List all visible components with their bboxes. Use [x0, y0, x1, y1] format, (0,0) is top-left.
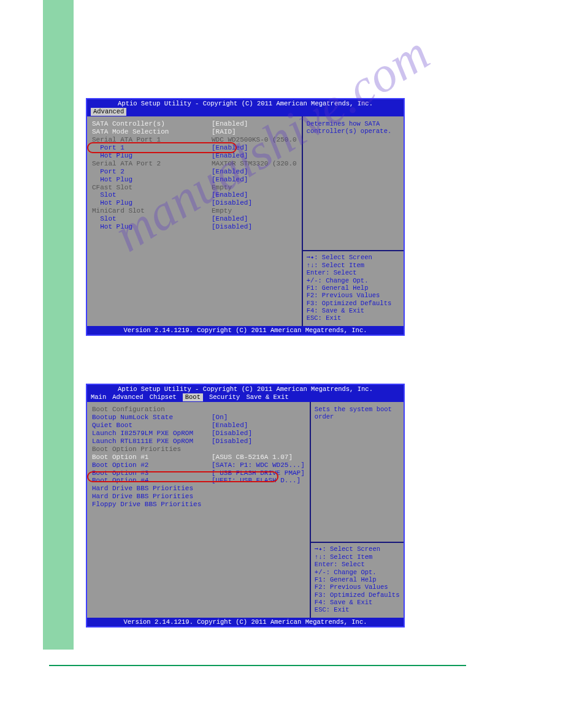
setting-label: Hot Plug	[92, 199, 212, 207]
setting-label: SATA Controller(s)	[92, 120, 212, 128]
setting-label: Slot	[92, 191, 212, 199]
setting-row[interactable]: Quiet Boot[Enabled]	[92, 422, 305, 430]
setting-value: [Disabled]	[212, 199, 252, 207]
setting-row: MiniCard SlotEmpty	[92, 207, 297, 215]
setting-value: [UEFI: USB FLASH D...]	[212, 477, 301, 485]
help-keys: ➞✦: Select Screen↑↓: Select ItemEnter: S…	[315, 545, 400, 613]
bios-help-panel: Sets the system boot order ➞✦: Select Sc…	[310, 402, 404, 618]
tab-save-exit[interactable]: Save & Exit	[246, 393, 288, 401]
setting-row[interactable]: Hot Plug[Enabled]	[92, 176, 297, 184]
setting-row[interactable]: Floppy Drive BBS Priorities	[92, 501, 305, 509]
tab-advanced[interactable]: Advanced	[112, 393, 143, 401]
help-key-line: ↑↓: Select Item	[307, 262, 400, 269]
help-key-line: ESC: Exit	[307, 314, 400, 322]
divider	[311, 542, 404, 543]
tab-chipset[interactable]: Chipset	[150, 393, 177, 401]
setting-row[interactable]: SATA Controller(s)[Enabled]	[92, 120, 297, 128]
bios-tabs: Advanced	[87, 108, 404, 116]
help-key-line: F3: Optimized Defaults	[315, 591, 400, 599]
setting-row[interactable]: Hard Drive BBS Priorities	[92, 493, 305, 501]
setting-row[interactable]: Boot Option #2[SATA: P1: WDC WD25...]	[92, 461, 305, 469]
setting-row[interactable]: Port 2[Enabled]	[92, 168, 297, 176]
setting-value: [Enabled]	[212, 422, 248, 430]
setting-row[interactable]: Hot Plug[Disabled]	[92, 199, 297, 207]
help-key-line: F1: General Help	[307, 284, 400, 292]
setting-value: [Enabled]	[212, 152, 248, 160]
setting-row: Boot Configuration	[92, 406, 305, 414]
setting-value: MAXTOR STM3320 (320.0	[212, 160, 297, 168]
tab-boot[interactable]: Boot	[183, 393, 203, 401]
setting-label: CFast Slot	[92, 184, 212, 192]
setting-label: Hot Plug	[92, 152, 212, 160]
setting-label: Boot Configuration	[92, 406, 212, 414]
setting-label: Bootup NumLock State	[92, 414, 212, 422]
help-key-line: F2: Previous Values	[307, 292, 400, 299]
setting-label: Launch I82579LM PXE OpROM	[92, 430, 212, 438]
help-description: Determines how SATA controller(s) operat…	[307, 120, 400, 248]
setting-label: Quiet Boot	[92, 422, 212, 430]
setting-value: WDC WD2500KS-0 (250.0	[212, 136, 297, 144]
setting-value: [RAID]	[212, 128, 236, 136]
setting-value: [Enabled]	[212, 168, 248, 176]
setting-label: Boot Option Priorities	[92, 446, 212, 453]
help-key-line: ↑↓: Select Item	[315, 553, 400, 561]
setting-row[interactable]: Boot Option #1[ASUS CB-5216A 1.07]	[92, 453, 305, 461]
bios-screenshot-boot: Aptio Setup Utility - Copyright (C) 2011…	[86, 384, 405, 628]
bios-help-panel: Determines how SATA controller(s) operat…	[302, 116, 404, 326]
left-stripe	[43, 0, 74, 650]
setting-row[interactable]: Hot Plug[Disabled]	[92, 223, 297, 231]
help-key-line: F2: Previous Values	[315, 583, 400, 591]
bios-main-panel: SATA Controller(s)[Enabled]SATA Mode Sel…	[87, 116, 302, 326]
setting-label: Launch RTL8111E PXE OpROM	[92, 438, 212, 446]
help-key-line: ESC: Exit	[315, 606, 400, 613]
help-key-line: F1: General Help	[315, 576, 400, 583]
help-key-line: ➞✦: Select Screen	[307, 254, 400, 261]
setting-row[interactable]: Hard Drive BBS Priorities	[92, 485, 305, 493]
setting-value: [SATA: P1: WDC WD25...]	[212, 461, 305, 469]
bios-footer: Version 2.14.1219. Copyright (C) 2011 Am…	[87, 618, 404, 626]
setting-row[interactable]: Boot Option #4[UEFI: USB FLASH D...]	[92, 477, 305, 485]
help-key-line: F4: Save & Exit	[315, 599, 400, 606]
setting-row[interactable]: Boot Option #3[ USB FLASH DRIVE PMAP]	[92, 469, 305, 477]
setting-row: Serial ATA Port 2MAXTOR STM3320 (320.0	[92, 160, 297, 168]
bios-footer: Version 2.14.1219. Copyright (C) 2011 Am…	[87, 326, 404, 335]
help-key-line: +/-: Change Opt.	[307, 277, 400, 284]
setting-label: MiniCard Slot	[92, 207, 212, 215]
setting-row: Boot Option Priorities	[92, 446, 305, 453]
setting-row[interactable]: Slot[Enabled]	[92, 215, 297, 223]
setting-value: [On]	[212, 414, 228, 422]
setting-row[interactable]: Launch RTL8111E PXE OpROM[Disabled]	[92, 438, 305, 446]
tab-main[interactable]: Main	[91, 393, 106, 401]
setting-row[interactable]: Hot Plug[Enabled]	[92, 152, 297, 160]
setting-label: Boot Option #1	[92, 453, 212, 461]
setting-value: [Disabled]	[212, 223, 252, 231]
setting-value: [Enabled]	[212, 215, 248, 223]
help-key-line: +/-: Change Opt.	[315, 569, 400, 576]
setting-value: [Enabled]	[212, 120, 248, 128]
tab-advanced[interactable]: Advanced	[91, 108, 126, 115]
help-key-line: Enter: Select	[307, 269, 400, 276]
bios-tabs: MainAdvancedChipsetBootSecuritySave & Ex…	[87, 393, 404, 401]
bios-title: Aptio Setup Utility - Copyright (C) 2011…	[87, 99, 404, 108]
help-key-line: F3: Optimized Defaults	[307, 300, 400, 307]
tab-security[interactable]: Security	[209, 393, 240, 401]
divider	[303, 250, 404, 251]
bios-screenshot-advanced: Aptio Setup Utility - Copyright (C) 2011…	[86, 98, 405, 336]
setting-label: Hot Plug	[92, 223, 212, 231]
setting-value: [Disabled]	[212, 430, 252, 438]
setting-row[interactable]: Launch I82579LM PXE OpROM[Disabled]	[92, 430, 305, 438]
setting-row[interactable]: SATA Mode Selection[RAID]	[92, 128, 297, 136]
help-key-line: Enter: Select	[315, 561, 400, 568]
setting-label: Boot Option #2	[92, 461, 212, 469]
setting-label: Hard Drive BBS Priorities	[92, 493, 212, 501]
setting-label: Hard Drive BBS Priorities	[92, 485, 212, 493]
help-description: Sets the system boot order	[315, 406, 400, 540]
setting-row[interactable]: Bootup NumLock State[On]	[92, 414, 305, 422]
setting-label: Port 2	[92, 168, 212, 176]
setting-row[interactable]: Slot[Enabled]	[92, 191, 297, 199]
setting-row[interactable]: Port 1[Enabled]	[92, 144, 297, 152]
help-keys: ➞✦: Select Screen↑↓: Select ItemEnter: S…	[307, 254, 400, 322]
bios-title: Aptio Setup Utility - Copyright (C) 2011…	[87, 385, 404, 393]
setting-label: Slot	[92, 215, 212, 223]
setting-row: CFast SlotEmpty	[92, 184, 297, 192]
